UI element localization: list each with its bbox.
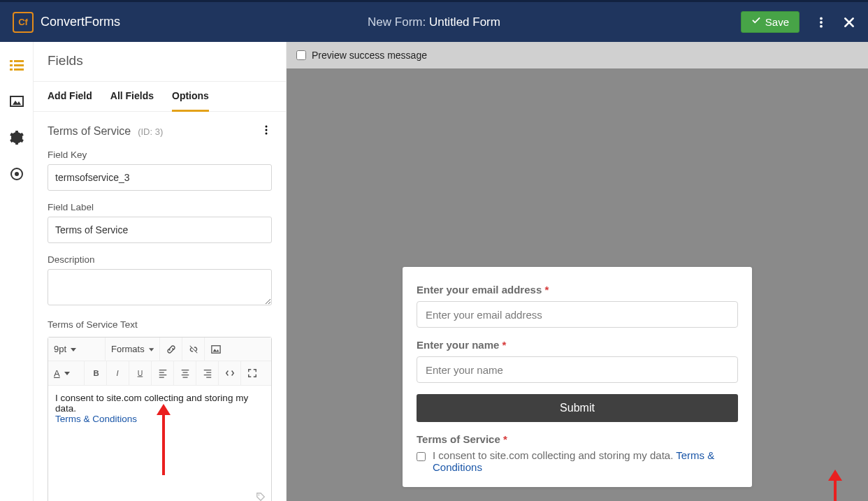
field-description-group: Description — [34, 250, 286, 315]
close-icon[interactable] — [843, 16, 855, 29]
target-icon[interactable] — [9, 166, 24, 182]
rte-formats-select[interactable]: Formats — [106, 337, 160, 361]
list-icon[interactable] — [9, 57, 24, 73]
preview-strip: Preview success message — [287, 42, 868, 68]
brand-name: ConvertForms — [41, 15, 120, 29]
field-label-group: Field Label — [34, 198, 286, 250]
field-label-input[interactable] — [48, 217, 272, 243]
more-menu-icon[interactable] — [815, 16, 827, 29]
svg-rect-6 — [14, 64, 24, 66]
annotation-arrow — [157, 404, 171, 475]
field-title: Terms of Service — [48, 125, 131, 138]
rte-fontsize-value: 9pt — [54, 344, 66, 354]
field-description-input[interactable] — [48, 269, 272, 305]
preview-tos-heading-text: Terms of Service — [417, 433, 500, 445]
svg-point-12 — [15, 172, 19, 176]
top-header: Cf ConvertForms New Form: Untitled Form … — [0, 0, 868, 42]
preview-name-label: Enter your name * — [417, 339, 738, 351]
form-canvas: Preview success message Enter your email… — [287, 42, 868, 501]
page-title: New Form: Untitled Form — [368, 15, 500, 29]
chevron-down-icon — [149, 347, 154, 352]
field-key-group: Field Key — [34, 145, 286, 198]
rte-link-icon[interactable] — [160, 337, 182, 361]
preview-success-checkbox[interactable] — [296, 50, 306, 60]
field-menu-icon[interactable] — [261, 124, 272, 138]
required-star: * — [503, 433, 507, 445]
field-description-label: Description — [48, 254, 272, 265]
save-button[interactable]: Save — [741, 11, 800, 33]
rte-footer — [48, 491, 271, 501]
rte-link[interactable]: Terms & Conditions — [55, 414, 137, 424]
svg-marker-16 — [71, 348, 76, 351]
rte-bold-icon[interactable]: B — [85, 361, 107, 385]
sidebar-title: Fields — [34, 42, 286, 82]
rte-content[interactable]: I consent to site.com collecting and sto… — [48, 386, 271, 491]
main-layout: Fields Add Field All Fields Options Term… — [0, 42, 868, 501]
icon-rail — [0, 42, 34, 501]
preview-tos-text: I consent to site.com collecting and sto… — [433, 449, 673, 461]
preview-name-input[interactable] — [417, 356, 738, 383]
preview-email-input[interactable] — [417, 301, 738, 328]
svg-point-15 — [266, 133, 268, 135]
rte-formats-value: Formats — [111, 344, 145, 354]
form-preview-card: Enter your email address * Enter your na… — [403, 267, 752, 487]
title-prefix: New Form: — [368, 15, 426, 29]
preview-tos-checkbox[interactable] — [417, 452, 426, 461]
field-key-label: Field Key — [48, 150, 272, 160]
save-label: Save — [765, 16, 789, 28]
gear-icon[interactable] — [9, 130, 24, 145]
svg-text:B: B — [93, 369, 99, 377]
rte-align-center-icon[interactable] — [174, 361, 196, 385]
field-key-input[interactable] — [48, 164, 272, 191]
field-heading: Terms of Service (ID: 3) — [34, 112, 286, 145]
fields-sidebar: Fields Add Field All Fields Options Term… — [34, 42, 287, 501]
svg-text:I: I — [116, 369, 119, 377]
svg-marker-17 — [149, 348, 154, 351]
rte-underline-icon[interactable]: U — [129, 361, 152, 385]
svg-marker-20 — [64, 372, 70, 375]
preview-name-group: Enter your name * — [417, 339, 738, 383]
image-icon[interactable] — [9, 94, 24, 109]
rte-code-icon[interactable] — [219, 361, 241, 385]
preview-email-label: Enter your email address * — [417, 284, 738, 296]
preview-submit-button[interactable]: Submit — [417, 394, 738, 422]
preview-tos-text-wrap: I consent to site.com collecting and sto… — [433, 449, 738, 473]
tag-icon[interactable] — [256, 492, 266, 501]
tab-add-field[interactable]: Add Field — [48, 90, 92, 111]
svg-marker-10 — [13, 101, 21, 105]
field-id: (ID: 3) — [138, 126, 163, 137]
tab-options[interactable]: Options — [172, 90, 209, 112]
preview-submit-group: Submit — [417, 394, 738, 422]
rte-italic-icon[interactable]: I — [107, 361, 129, 385]
chevron-down-icon — [64, 370, 70, 376]
rte-text: I consent to site.com collecting and sto… — [55, 393, 248, 414]
svg-point-0 — [820, 17, 823, 20]
rte-align-left-icon[interactable] — [152, 361, 174, 385]
tos-text-heading: Terms of Service Text — [34, 315, 286, 337]
rte-unlink-icon[interactable] — [182, 337, 205, 361]
preview-email-group: Enter your email address * — [417, 284, 738, 328]
brand-logo: Cf — [13, 12, 34, 33]
tos-text-label: Terms of Service Text — [48, 319, 272, 330]
svg-marker-19 — [213, 349, 219, 351]
rte-textcolor-select[interactable]: A — [48, 361, 85, 385]
preview-success-label: Preview success message — [312, 50, 427, 61]
svg-point-1 — [820, 21, 823, 24]
rte-align-right-icon[interactable] — [196, 361, 219, 385]
svg-rect-8 — [14, 68, 24, 71]
top-actions: Save — [741, 11, 855, 33]
svg-rect-5 — [10, 64, 13, 66]
preview-tos-group: Terms of Service * I consent to site.com… — [417, 433, 738, 473]
rte-fullscreen-icon[interactable] — [241, 361, 263, 385]
required-star: * — [544, 284, 549, 296]
rte-fontsize-select[interactable]: 9pt — [48, 337, 106, 361]
svg-rect-7 — [10, 68, 13, 71]
preview-tos-heading: Terms of Service * — [417, 433, 738, 445]
form-name: Untitled Form — [429, 15, 500, 29]
svg-point-13 — [266, 126, 268, 128]
chevron-down-icon — [71, 347, 76, 352]
tab-all-fields[interactable]: All Fields — [110, 90, 154, 111]
svg-rect-18 — [212, 345, 220, 353]
required-star: * — [502, 339, 507, 351]
rte-image-icon[interactable] — [205, 337, 227, 361]
